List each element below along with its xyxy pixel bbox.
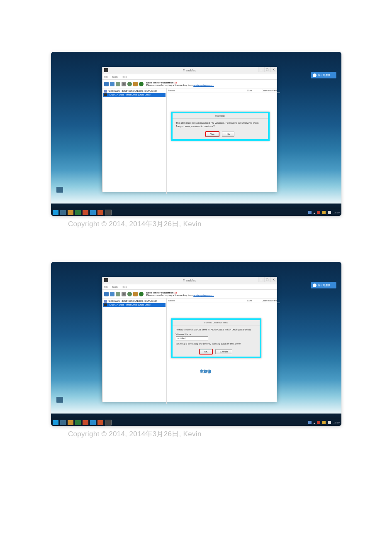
taskbar-item-transmac[interactable] <box>105 420 112 425</box>
recycle-bin-icon[interactable]: 回收站 <box>56 187 63 197</box>
ok-button[interactable]: OK <box>200 349 212 354</box>
tray-chevron-icon[interactable]: ▴ <box>314 211 315 214</box>
title-bar[interactable]: TransMac – ▢ ✕ <box>102 277 277 284</box>
tray-icon-1[interactable] <box>308 211 312 214</box>
watermark-stamp: 主旋律 <box>200 369 211 374</box>
app-icon <box>104 278 108 282</box>
warning-dialog: Warning: This disk may contain mounted P… <box>171 112 270 141</box>
taskbar-item-explorer[interactable] <box>68 420 73 425</box>
yes-button[interactable]: Yes <box>206 132 219 137</box>
network-status-badge[interactable]: 有可用连接 <box>311 72 336 78</box>
taskbar-item-4[interactable] <box>90 210 96 215</box>
toolbar-icon-cd[interactable] <box>127 82 132 86</box>
tray-icon-vol[interactable] <box>328 211 331 214</box>
toolbar: ✕ Days left for evaluation 15 Please con… <box>102 80 277 88</box>
dialog-body: This disk may contain mounted PC volumes… <box>173 119 268 130</box>
col-size[interactable]: Size <box>231 89 252 92</box>
taskbar-clock[interactable]: 13:59 <box>333 211 339 214</box>
toolbar-icon-2[interactable] <box>110 292 114 296</box>
tray-icon-flag[interactable] <box>317 421 320 424</box>
close-button[interactable]: ✕ <box>270 67 277 72</box>
menu-tools[interactable]: Tools <box>112 76 118 78</box>
taskbar-item-2[interactable] <box>75 420 81 425</box>
taskbar-item-1[interactable] <box>60 210 66 215</box>
title-bar[interactable]: TransMac – ▢ ✕ <box>102 67 277 74</box>
recycle-bin-icon[interactable]: 回收站 <box>56 397 63 407</box>
cancel-button[interactable]: Cancel <box>215 349 232 354</box>
col-size[interactable]: Size <box>231 299 252 302</box>
toolbar: ✕ Days left for evaluation 15 Please con… <box>102 290 277 298</box>
toolbar-icon-folder[interactable] <box>133 82 138 86</box>
toolbar-icon-refresh[interactable] <box>139 292 144 296</box>
list-header[interactable]: Name Size Date modified <box>167 298 280 303</box>
toolbar-icon-3[interactable] <box>116 292 120 296</box>
menu-help[interactable]: Help <box>122 76 127 78</box>
taskbar-item-5[interactable] <box>97 420 103 425</box>
taskbar-item-explorer[interactable] <box>68 210 73 215</box>
maximize-button[interactable]: ▢ <box>264 67 270 72</box>
tray-icon-vol[interactable] <box>328 421 331 424</box>
tray-icon-net[interactable] <box>322 211 326 214</box>
toolbar-icon-1[interactable] <box>104 292 109 296</box>
tray-icon-1[interactable] <box>308 421 312 424</box>
menu-file[interactable]: File <box>104 76 108 78</box>
toolbar-icon-folder[interactable] <box>133 292 138 296</box>
menu-bar: File Tools Help <box>102 284 277 290</box>
menu-help[interactable]: Help <box>122 286 127 288</box>
col-name[interactable]: Name <box>168 89 231 92</box>
evaluation-message: Days left for evaluation 15 Please consi… <box>146 291 214 296</box>
no-button[interactable]: No <box>222 132 234 137</box>
copyright-caption-2: Copyright © 2014, 2014年3月26日, Kevin <box>68 429 359 439</box>
toolbar-icon-refresh[interactable] <box>139 82 144 86</box>
license-link[interactable]: acutesystems.com <box>193 84 214 86</box>
menu-file[interactable]: File <box>104 286 108 288</box>
license-link[interactable]: acutesystems.com <box>193 294 214 296</box>
col-date[interactable]: Date modified <box>252 89 278 92</box>
dialog-title: Format Drive for Mac <box>173 320 260 325</box>
taskbar-item-4[interactable] <box>90 420 96 425</box>
tray-icon-flag[interactable] <box>317 211 320 214</box>
toolbar-icon-cd[interactable] <box>127 292 132 296</box>
volume-name-input[interactable] <box>176 336 208 340</box>
drive-tree[interactable]: [C:] Hitachi HDS545050A7E380 (SATA-Disk)… <box>102 88 167 194</box>
toolbar-icon-1[interactable] <box>104 82 109 86</box>
tree-item-c[interactable]: [C:] Hitachi HDS545050A7E380 (SATA-Disk) <box>103 299 166 303</box>
taskbar-item-transmac[interactable] <box>105 210 112 215</box>
window-title: TransMac <box>183 279 196 282</box>
dialog-body: Ready to format 15 GB drive F: ADATA USB… <box>173 325 260 348</box>
taskbar[interactable]: ▴ 13:59 <box>51 419 341 426</box>
maximize-button[interactable]: ▢ <box>264 277 270 282</box>
taskbar-item-3[interactable] <box>83 210 88 215</box>
menu-tools[interactable]: Tools <box>112 286 118 288</box>
list-pane: Name Size Date modified Format Drive for… <box>167 298 277 404</box>
list-header[interactable]: Name Size Date modified <box>167 88 280 93</box>
evaluation-message: Days left for evaluation 15 Please consi… <box>146 81 214 86</box>
taskbar-item-5[interactable] <box>97 210 103 215</box>
col-date[interactable]: Date modified <box>252 299 278 302</box>
minimize-button[interactable]: – <box>258 277 264 282</box>
transmac-window: TransMac – ▢ ✕ File Tools Help ✕ <box>102 67 277 192</box>
tray-icon-net[interactable] <box>322 421 326 424</box>
taskbar-clock[interactable]: 13:59 <box>333 421 339 424</box>
screenshot-2: 回收站 有可用连接 TransMac – ▢ ✕ File Tools Help <box>51 262 341 426</box>
network-status-badge[interactable]: 有可用连接 <box>311 282 336 289</box>
menu-bar: File Tools Help <box>102 74 277 80</box>
taskbar-item-3[interactable] <box>83 420 88 425</box>
window-title: TransMac <box>183 69 196 72</box>
taskbar-item-1[interactable] <box>60 420 66 425</box>
taskbar[interactable]: ▴ 13:59 <box>51 209 341 216</box>
toolbar-icon-2[interactable] <box>110 82 114 86</box>
taskbar-item-2[interactable] <box>75 210 81 215</box>
toolbar-icon-3[interactable] <box>116 82 120 86</box>
tree-item-f[interactable]: F: ADATA USB Flash Drive (USB-Disk) <box>103 303 166 307</box>
start-button[interactable] <box>53 210 58 215</box>
minimize-button[interactable]: – <box>258 67 264 72</box>
tray-chevron-icon[interactable]: ▴ <box>314 421 315 424</box>
tree-item-c[interactable]: [C:] Hitachi HDS545050A7E380 (SATA-Disk) <box>103 89 166 93</box>
close-button[interactable]: ✕ <box>270 277 277 282</box>
tree-item-f[interactable]: F: ADATA USB Flash Drive (USB-Disk) <box>103 93 166 97</box>
start-button[interactable] <box>53 420 58 425</box>
drive-tree[interactable]: [C:] Hitachi HDS545050A7E380 (SATA-Disk)… <box>102 298 167 404</box>
copyright-caption-1: Copyright © 2014, 2014年3月26日, Kevin <box>68 219 359 229</box>
col-name[interactable]: Name <box>168 299 231 302</box>
